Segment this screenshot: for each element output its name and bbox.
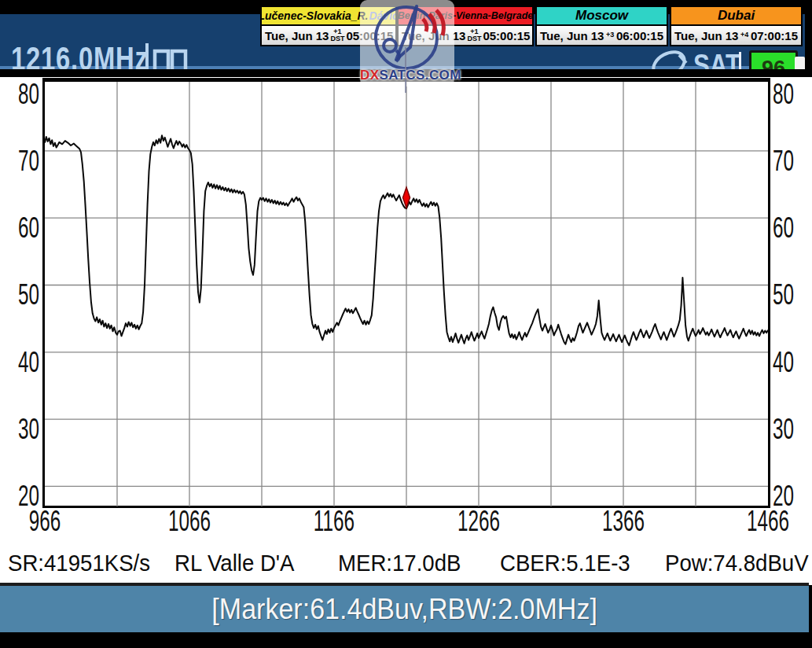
y-axis-label-left: 40 xyxy=(13,349,39,376)
y-axis-label-right: 50 xyxy=(773,282,799,308)
clock-date: Tue, Jun 13 xyxy=(540,29,604,42)
spectrum-analyzer-screen: 1216.0MHz SAT 96 Lučenec-Slovakia_R.Dávi… xyxy=(0,0,812,648)
timezone-offset: +4 xyxy=(740,32,748,39)
status-symbol-rate: SR:41951KS/s xyxy=(8,550,150,576)
y-axis-label-right: 60 xyxy=(773,215,799,241)
x-axis-label: 1466 xyxy=(739,508,797,535)
clock-time: 06:00:15 xyxy=(616,29,663,42)
x-axis-label: 966 xyxy=(16,508,74,535)
y-axis-label-left: 50 xyxy=(13,282,39,308)
status-power: Pow:74.8dBuV xyxy=(665,550,809,576)
dxsatcs-watermark: DXSATCS.COM xyxy=(360,0,454,87)
dxsatcs-watermark-text: DXSATCS.COM xyxy=(360,68,454,83)
timezone-offset: +1 DST xyxy=(467,29,481,42)
spectrum-plot xyxy=(45,82,768,506)
clock-city-label: Dubai xyxy=(671,7,801,26)
clock-dubai: Dubai Tue, Jun 13 +4 07:00:15 xyxy=(670,6,803,46)
x-axis-label: 1166 xyxy=(305,508,363,535)
y-axis-label-left: 80 xyxy=(13,81,39,108)
clock-date: Tue, Jun 13 xyxy=(674,29,738,42)
marker-info-bar: [Marker:61.4dBuv,RBW:2.0MHz] xyxy=(0,586,809,632)
status-cber: CBER:5.1E-3 xyxy=(500,550,630,576)
clock-time-row: Tue, Jun 13 +4 07:00:15 xyxy=(671,26,801,45)
y-axis-label-right: 70 xyxy=(773,148,799,175)
status-mer: MER:17.0dB xyxy=(338,550,461,576)
clock-city-text: Lučenec-Slovakia_R. xyxy=(262,9,368,22)
clock-city-text: Moscow xyxy=(575,8,628,24)
clock-date: Tue, Jun 13 xyxy=(265,29,329,42)
x-axis-label: 1066 xyxy=(160,508,219,535)
status-network-name: RL Valle D'A xyxy=(175,550,295,576)
x-axis-label: 1266 xyxy=(450,508,508,535)
y-axis-label-left: 60 xyxy=(13,215,39,241)
screen-right-edge xyxy=(809,586,812,633)
marker-readout: [Marker:61.4dBuv,RBW:2.0MHz] xyxy=(211,593,597,626)
clock-city-text: Dubai xyxy=(718,8,755,24)
y-axis-label-right: 80 xyxy=(773,81,799,108)
clock-time-row: Tue, Jun 13 +3 06:00:15 xyxy=(537,26,667,45)
clock-city-label: Moscow xyxy=(537,7,667,26)
y-axis-label-left: 30 xyxy=(13,416,39,443)
timezone-offset: +1 DST xyxy=(330,29,344,42)
y-axis-label-right: 40 xyxy=(773,349,799,376)
y-axis-label-left: 70 xyxy=(13,148,39,175)
screen-bottom-edge xyxy=(0,632,812,648)
timezone-offset: +3 xyxy=(606,32,614,39)
clock-moscow: Moscow Tue, Jun 13 +3 06:00:15 xyxy=(535,6,668,46)
x-axis-label: 1366 xyxy=(594,508,652,535)
clock-time: 05:00:15 xyxy=(483,29,530,42)
y-axis-label-right: 30 xyxy=(773,416,799,443)
clock-time: 07:00:15 xyxy=(751,29,798,42)
